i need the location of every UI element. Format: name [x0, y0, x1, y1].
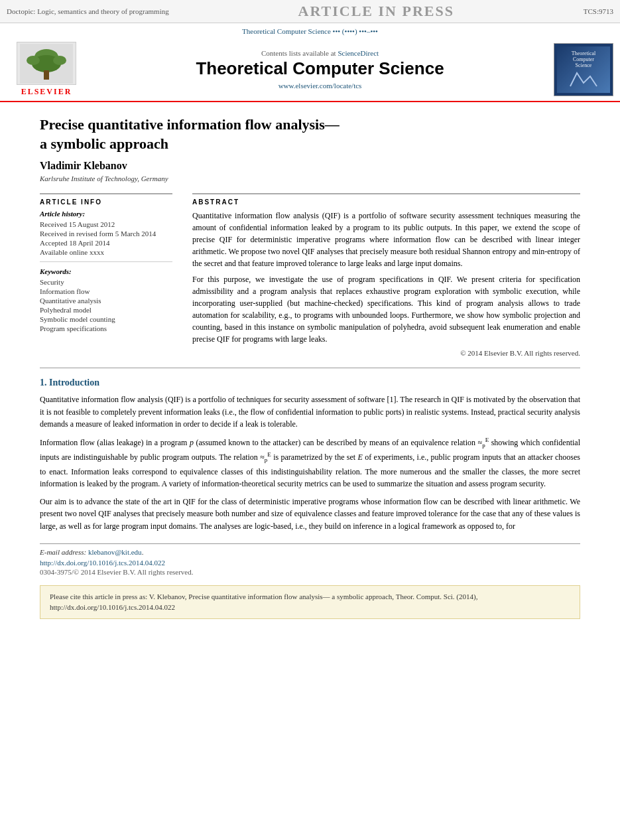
- info-divider: [40, 261, 172, 262]
- received-date: Received 15 August 2012: [40, 220, 172, 228]
- email-footnote: E-mail address: klebanov@kit.edu.: [40, 548, 580, 556]
- abstract-paragraph2: For this purpose, we investigate the use…: [192, 273, 580, 345]
- author-name: Vladimir Klebanov: [40, 160, 580, 172]
- email-link[interactable]: klebanov@kit.edu: [88, 548, 142, 556]
- accepted-date: Accepted 18 April 2014: [40, 239, 172, 247]
- journal-title-area: Contents lists available at ScienceDirec…: [93, 49, 547, 90]
- article-abstract-section: ARTICLE INFO Article history: Received 1…: [40, 193, 580, 357]
- intro-para1: Quantitative information flow analysis (…: [40, 393, 580, 431]
- keyword-infoflow: Information flow: [40, 287, 172, 295]
- elsevier-brand: ELSEVIER: [21, 87, 72, 97]
- svg-point-4: [27, 56, 40, 65]
- journal-url: www.elsevier.com/locate/tcs: [93, 82, 547, 90]
- citation-bar: Please cite this article in press as: V.…: [40, 585, 580, 619]
- doi-text: http://dx.doi.org/10.1016/j.tcs.2014.04.…: [40, 559, 580, 567]
- journal-doi-line: Theoretical Computer Science ••• (••••) …: [0, 27, 620, 35]
- journal-header: Theoretical Computer Science ••• (••••) …: [0, 23, 620, 102]
- keyword-polyhedral: Polyhedral model: [40, 306, 172, 314]
- doctopic-label: Doctopic: Logic, semantics and theory of…: [7, 7, 169, 15]
- affiliation: Karlsruhe Institute of Technology, Germa…: [40, 175, 580, 182]
- journal-header-inner: ELSEVIER Contents lists available at Sci…: [0, 38, 620, 101]
- keyword-quantitative: Quantitative analysis: [40, 297, 172, 305]
- tcs-logo: TheoreticalComputerScience: [557, 46, 610, 93]
- footnote-area: E-mail address: klebanov@kit.edu. http:/…: [40, 543, 580, 576]
- abstract-header: ABSTRACT: [192, 198, 580, 206]
- journal-doi-text: Theoretical Computer Science ••• (••••) …: [242, 27, 378, 35]
- journal-title: Theoretical Computer Science: [93, 58, 547, 79]
- keywords-label: Keywords:: [40, 267, 172, 275]
- contents-line: Contents lists available at ScienceDirec…: [93, 49, 547, 57]
- received-revised-date: Received in revised form 5 March 2014: [40, 230, 172, 238]
- section-divider: [40, 368, 580, 368]
- paper-title: Precise quantitative information flow an…: [40, 115, 580, 153]
- online-date: Available online xxxx: [40, 248, 172, 256]
- intro-para2: Information flow (alias leakage) in a pr…: [40, 436, 580, 490]
- main-content: Precise quantitative information flow an…: [0, 102, 620, 632]
- citation-text: Please cite this article in press as: V.…: [50, 593, 477, 612]
- journal-logo-right: TheoreticalComputerScience: [554, 43, 613, 96]
- tcs-logo-text: TheoreticalComputerScience: [570, 49, 597, 70]
- article-history-label: Article history:: [40, 210, 172, 218]
- introduction-section: 1. Introduction Quantitative information…: [40, 378, 580, 532]
- elsevier-tree-image: [17, 42, 76, 85]
- footer-copyright: 0304-3975/© 2014 Elsevier B.V. All right…: [40, 568, 580, 576]
- abstract-paragraph1: Quantitative information flow analysis (…: [192, 210, 580, 269]
- keyword-symbolic: Symbolic model counting: [40, 315, 172, 323]
- article-info-col: ARTICLE INFO Article history: Received 1…: [40, 193, 172, 357]
- top-banner: Doctopic: Logic, semantics and theory of…: [0, 0, 620, 23]
- intro-para3: Our aim is to advance the state of the a…: [40, 496, 580, 533]
- keyword-security: Security: [40, 278, 172, 286]
- keyword-program: Program specifications: [40, 324, 172, 332]
- article-in-press-label: ARTICLE IN PRESS: [169, 3, 584, 20]
- sciencedirect-link[interactable]: ScienceDirect: [338, 49, 379, 57]
- doi-link[interactable]: http://dx.doi.org/10.1016/j.tcs.2014.04.…: [40, 559, 165, 567]
- abstract-copyright: © 2014 Elsevier B.V. All rights reserved…: [192, 349, 580, 357]
- svg-point-5: [53, 56, 66, 65]
- intro-heading: 1. Introduction: [40, 378, 580, 388]
- article-info-header: ARTICLE INFO: [40, 198, 172, 206]
- abstract-col: ABSTRACT Quantitative information flow a…: [192, 193, 580, 357]
- tcs-number: TCS:9713: [584, 7, 613, 15]
- elsevier-logo: ELSEVIER: [7, 42, 86, 97]
- journal-url-text[interactable]: www.elsevier.com/locate/tcs: [279, 82, 362, 90]
- svg-rect-3: [44, 70, 49, 80]
